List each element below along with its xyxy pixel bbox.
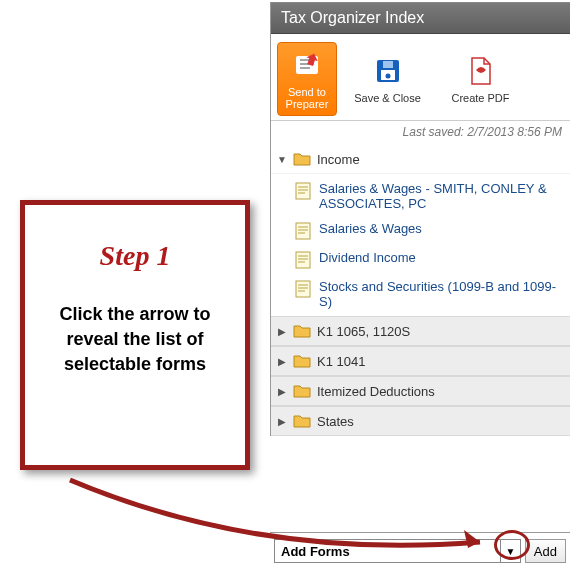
pdf-icon [464, 54, 498, 88]
last-saved-text: Last saved: 2/7/2013 8:56 PM [271, 121, 570, 145]
expand-arrow-icon: ▶ [277, 356, 287, 367]
folder-itemized[interactable]: ▶ Itemized Deductions [271, 376, 570, 406]
step-title: Step 1 [43, 240, 227, 272]
folder-label: Itemized Deductions [317, 384, 435, 399]
folder-label: K1 1041 [317, 354, 365, 369]
send-icon [290, 48, 324, 82]
add-forms-bar: Add Forms ▼ Add [270, 532, 570, 569]
folder-income[interactable]: ▼ Income [271, 145, 570, 174]
folder-icon [293, 383, 311, 399]
collapse-arrow-icon: ▼ [277, 154, 287, 165]
toolbar: Send to Preparer Save & Close [271, 34, 570, 121]
income-subitems: Salaries & Wages - SMITH, CONLEY & ASSOC… [271, 174, 570, 316]
folder-icon [293, 323, 311, 339]
step-body: Click the arrow to reveal the list of se… [43, 302, 227, 378]
expand-arrow-icon: ▶ [277, 326, 287, 337]
folder-k1-1041[interactable]: ▶ K1 1041 [271, 346, 570, 376]
form-link-text: Stocks and Securities (1099-B and 1099-S… [319, 279, 564, 309]
form-tree: ▼ Income Salaries & Wages - SMITH, CONLE… [271, 145, 570, 436]
expand-arrow-icon: ▶ [277, 416, 287, 427]
document-icon [295, 222, 311, 240]
panel-title: Tax Organizer Index [271, 2, 570, 34]
svg-rect-9 [296, 281, 310, 297]
form-link[interactable]: Stocks and Securities (1099-B and 1099-S… [271, 274, 570, 314]
form-link-text: Salaries & Wages [319, 221, 564, 236]
svg-point-5 [385, 74, 390, 79]
add-button[interactable]: Add [525, 539, 566, 563]
add-forms-select[interactable]: Add Forms ▼ [274, 539, 521, 563]
save-close-button[interactable]: Save & Close [345, 42, 430, 116]
save-label: Save & Close [354, 92, 421, 104]
add-forms-select-label: Add Forms [281, 544, 350, 559]
svg-rect-6 [296, 183, 310, 199]
form-link[interactable]: Salaries & Wages - SMITH, CONLEY & ASSOC… [271, 176, 570, 216]
form-link-text: Salaries & Wages - SMITH, CONLEY & ASSOC… [319, 181, 564, 211]
folder-label: States [317, 414, 354, 429]
form-link-text: Dividend Income [319, 250, 564, 265]
folder-label: Income [317, 152, 360, 167]
svg-rect-8 [296, 252, 310, 268]
folder-states[interactable]: ▶ States [271, 406, 570, 436]
folder-icon [293, 151, 311, 167]
folder-label: K1 1065, 1120S [317, 324, 410, 339]
create-pdf-button[interactable]: Create PDF [438, 42, 523, 116]
instruction-callout: Step 1 Click the arrow to reveal the lis… [20, 200, 250, 470]
folder-icon [293, 353, 311, 369]
document-icon [295, 280, 311, 298]
send-to-preparer-button[interactable]: Send to Preparer [277, 42, 337, 116]
svg-rect-4 [383, 61, 393, 68]
tax-organizer-panel: Tax Organizer Index Send to Preparer [270, 2, 570, 436]
dropdown-arrow-icon[interactable]: ▼ [500, 540, 520, 562]
document-icon [295, 182, 311, 200]
save-icon [371, 54, 405, 88]
folder-icon [293, 413, 311, 429]
folder-k1-1065[interactable]: ▶ K1 1065, 1120S [271, 316, 570, 346]
expand-arrow-icon: ▶ [277, 386, 287, 397]
form-link[interactable]: Dividend Income [271, 245, 570, 274]
document-icon [295, 251, 311, 269]
svg-rect-7 [296, 223, 310, 239]
form-link[interactable]: Salaries & Wages [271, 216, 570, 245]
pdf-label: Create PDF [451, 92, 509, 104]
send-label: Send to Preparer [280, 86, 334, 110]
